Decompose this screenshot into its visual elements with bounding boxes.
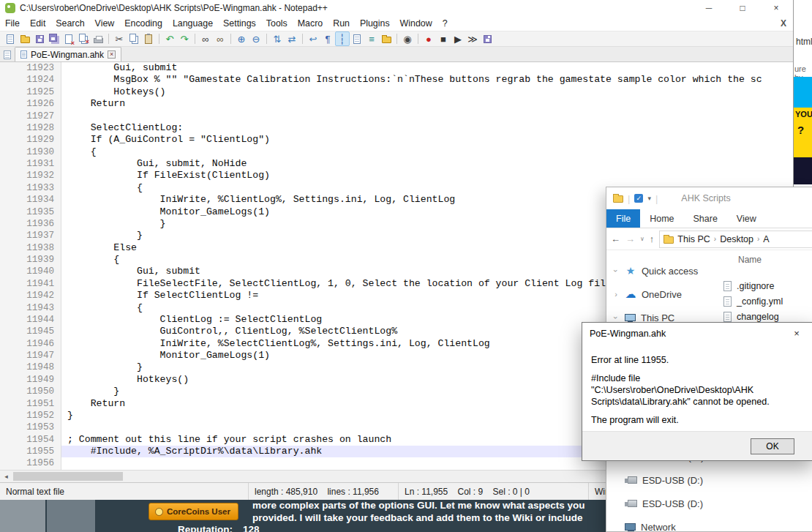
file-rows: .gitignore_config.ymlchangelog <box>716 278 812 324</box>
dialog-text-line: Error at line 11955. <box>591 354 805 366</box>
line-number: 11947 <box>0 350 61 361</box>
stop-macro-icon[interactable]: ■ <box>436 31 451 46</box>
record-macro-icon[interactable]: ● <box>421 31 436 46</box>
line-number: 11927 <box>0 110 61 122</box>
zoom-in-icon[interactable]: ⊕ <box>234 31 249 46</box>
doc-map-icon-glyph <box>353 34 361 44</box>
sidebar-item-network[interactable]: Network <box>606 515 716 532</box>
sidebar-item-esd-usb-d-[interactable]: ESD-USB (D:) <box>606 492 716 515</box>
breadcrumb-part[interactable]: A <box>763 234 769 244</box>
function-list-icon[interactable]: ≡ <box>364 31 379 46</box>
history-dropdown-icon[interactable]: ∨ <box>640 236 644 242</box>
close-all-icon[interactable] <box>76 31 91 46</box>
breadcrumb-separator-icon: › <box>757 235 759 243</box>
dialog-close-icon[interactable]: × <box>786 323 808 344</box>
tab-poe-wingman[interactable]: PoE-Wingman.ahk × <box>15 47 121 61</box>
menu-item-search[interactable]: Search <box>50 18 89 29</box>
menu-item-help[interactable]: ? <box>437 18 453 29</box>
chevron-right-icon[interactable]: › <box>612 290 620 299</box>
folder-icon <box>663 236 674 244</box>
replace-icon[interactable]: ∞ <box>213 31 228 46</box>
menu-item-macro[interactable]: Macro <box>293 18 328 29</box>
menu-item-encoding[interactable]: Encoding <box>119 18 168 29</box>
show-all-characters-icon[interactable]: ¶ <box>320 31 335 46</box>
ribbon-tab-home[interactable]: Home <box>640 209 683 228</box>
toolbar-separator <box>195 34 195 44</box>
menu-item-run[interactable]: Run <box>328 18 355 29</box>
dialog-footer: OK <box>582 431 812 460</box>
quick-access-check-icon[interactable]: ✓ <box>634 194 643 203</box>
open-file-icon[interactable] <box>18 31 32 46</box>
explorer-title: AHK Scripts <box>681 193 730 203</box>
breadcrumb-part[interactable]: This PC <box>677 234 710 244</box>
sidebar-item-onedrive[interactable]: ›☁OneDrive <box>606 282 716 306</box>
chevron-down-icon[interactable]: › <box>612 314 620 321</box>
menu-item-tools[interactable]: Tools <box>261 18 293 29</box>
ribbon-tab-share[interactable]: Share <box>684 209 727 228</box>
back-icon[interactable]: ← <box>611 233 620 244</box>
menu-item-edit[interactable]: Edit <box>25 18 50 29</box>
cut-icon[interactable]: ✂ <box>112 31 127 46</box>
ok-button[interactable]: OK <box>751 438 794 454</box>
line-number: 11941 <box>0 278 61 290</box>
play-macro-icon[interactable]: ▶ <box>451 31 465 46</box>
menu-item-file[interactable]: File <box>0 18 25 29</box>
monitoring-icon[interactable]: ◉ <box>400 31 415 46</box>
paste-icon[interactable] <box>141 31 156 46</box>
scrollbar-thumb[interactable] <box>13 472 123 481</box>
column-header-name[interactable]: Name <box>716 253 812 266</box>
find-icon[interactable]: ∞ <box>198 31 213 46</box>
explorer-title-bar[interactable]: | ✓ ▾ | AHK Scripts <box>606 187 812 209</box>
sync-vertical-icon[interactable]: ⇅ <box>270 31 285 46</box>
menu-item-view[interactable]: View <box>90 18 120 29</box>
run-macro-multiple-icon[interactable]: ≫ <box>465 31 480 46</box>
menu-item-language[interactable]: Language <box>168 18 218 29</box>
undo-icon[interactable]: ↶ <box>162 31 177 46</box>
ribbon-tab-file[interactable]: File <box>606 209 640 228</box>
menu-item-plugins[interactable]: Plugins <box>355 18 395 29</box>
corecoins-user-badge[interactable]: CoreCoins User <box>149 503 238 520</box>
quick-access-caret-icon[interactable]: ▾ <box>647 195 651 202</box>
close-file-icon[interactable] <box>61 31 76 46</box>
dialog-title-bar[interactable]: PoE-Wingman.ahk × <box>582 323 812 345</box>
separator: | <box>628 193 630 204</box>
copy-icon[interactable] <box>127 31 141 46</box>
new-file-icon[interactable] <box>3 31 18 46</box>
code-line: 11928 SelectClientLog: <box>0 122 793 134</box>
sidebar-item-quick-access[interactable]: ›★Quick access <box>606 259 716 282</box>
scroll-left-icon[interactable]: ◂ <box>0 471 12 482</box>
file-row--config-yml[interactable]: _config.yml <box>716 293 812 309</box>
menu-item-settings[interactable]: Settings <box>218 18 261 29</box>
forward-icon[interactable]: → <box>625 233 635 244</box>
indent-guide-icon[interactable]: ┆ <box>335 31 350 46</box>
save-macro-icon[interactable] <box>480 31 495 46</box>
screen: html ure by YOU ? CoreCoins User more co… <box>0 0 812 532</box>
line-number: 11937 <box>0 230 61 241</box>
save-all-icon[interactable] <box>47 31 61 46</box>
minimize-button[interactable]: ─ <box>692 0 726 16</box>
zoom-out-icon[interactable]: ⊖ <box>249 31 263 46</box>
title-bar[interactable]: C:\Users\rober\OneDrive\Desktop\AHK Scri… <box>0 0 793 16</box>
tab-close-icon[interactable]: × <box>108 50 116 59</box>
print-icon[interactable] <box>91 31 105 46</box>
folder-as-workspace-icon[interactable] <box>379 31 394 46</box>
maximize-button[interactable]: □ <box>726 0 759 16</box>
doc-switcher-icon[interactable] <box>4 50 11 59</box>
forum-image-thumbnail[interactable] <box>47 500 95 532</box>
file-row--gitignore[interactable]: .gitignore <box>716 278 812 293</box>
save-icon[interactable] <box>32 31 47 46</box>
word-wrap-icon[interactable]: ↩ <box>306 31 320 46</box>
chevron-down-icon[interactable]: › <box>612 267 620 274</box>
forum-image-thumbnail[interactable] <box>0 500 45 532</box>
breadcrumb[interactable]: This PC›Desktop›A <box>659 231 812 248</box>
close-button[interactable]: × <box>759 0 793 16</box>
up-icon[interactable]: ↑ <box>650 233 655 244</box>
doc-map-icon[interactable] <box>350 31 364 46</box>
menu-item-window[interactable]: Window <box>395 18 437 29</box>
sidebar-item-esd-usb-d-[interactable]: ESD-USB (D:) <box>606 468 716 492</box>
breadcrumb-part[interactable]: Desktop <box>720 234 753 244</box>
sync-horizontal-icon[interactable]: ⇄ <box>285 31 299 46</box>
close-document-icon[interactable]: X <box>781 18 786 29</box>
redo-icon[interactable]: ↷ <box>177 31 192 46</box>
ribbon-tab-view[interactable]: View <box>727 209 766 228</box>
